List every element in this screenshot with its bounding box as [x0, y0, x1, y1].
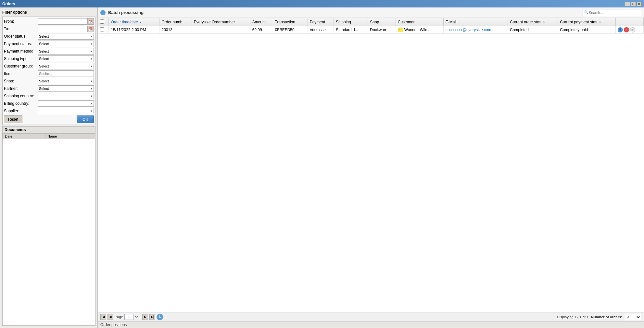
- ok-button[interactable]: OK: [77, 115, 94, 123]
- supplier-select-wrap: ▼: [38, 108, 94, 114]
- payment-status-label: Payment status:: [4, 42, 38, 46]
- filter-section: From: 📅 To: 📅 Order status:: [2, 17, 95, 125]
- shipping-type-select-wrap: Select ▼: [38, 55, 94, 62]
- next-page-button[interactable]: ▶: [142, 314, 148, 320]
- col-header-checkbox[interactable]: [98, 18, 109, 26]
- col-header-order_time[interactable]: Order time/date ▲: [109, 18, 159, 26]
- col-header-shop[interactable]: Shop: [368, 18, 396, 26]
- payment-method-row: Payment method: Select ▼: [4, 48, 94, 55]
- col-header-email[interactable]: E-Mail: [443, 18, 508, 26]
- customer-folder-icon: 📁: [398, 28, 403, 32]
- from-row: From: 📅: [4, 18, 94, 25]
- sort-arrow-order_time: ▲: [138, 21, 142, 24]
- delete-order-icon[interactable]: ✕: [624, 27, 629, 32]
- prev-page-button[interactable]: ◀: [107, 314, 113, 320]
- billing-country-select[interactable]: [39, 101, 93, 106]
- row-checkbox[interactable]: [100, 27, 104, 31]
- customer-group-select-wrap: Select ▼: [38, 63, 94, 69]
- partner-select[interactable]: Select: [39, 86, 93, 91]
- from-calendar-button[interactable]: 📅: [87, 18, 94, 25]
- payment-status-select[interactable]: Select: [39, 41, 93, 47]
- shipping-country-select-wrap: ▼: [38, 93, 94, 99]
- col-header-actions[interactable]: [615, 18, 643, 26]
- shipping-type-select[interactable]: Select: [39, 56, 93, 62]
- billing-country-label: Billing country:: [4, 101, 38, 106]
- to-row: To: 📅: [4, 26, 94, 32]
- customer-group-label: Customer group:: [4, 64, 38, 68]
- email-link[interactable]: c-xxxxxxx@everysize.com: [446, 28, 491, 32]
- bottom-label: Order positions: [98, 321, 644, 328]
- shipping-country-select[interactable]: [39, 93, 93, 99]
- shop-row: Shop: Select ▼: [4, 78, 94, 84]
- from-input[interactable]: [38, 18, 87, 25]
- cell-current_order_status: Completed: [508, 26, 558, 34]
- col-header-customer[interactable]: Customer: [396, 18, 443, 26]
- documents-title: Documents: [3, 127, 95, 133]
- payment-status-select-wrap: Select ▼: [38, 41, 94, 47]
- cell-transaction: 0FBEED50...: [273, 26, 308, 34]
- cell-order_number: 20013: [159, 26, 192, 34]
- col-header-current_payment_status[interactable]: Current payment status: [558, 18, 615, 26]
- orders-per-page-select[interactable]: 20 50 100: [625, 314, 641, 320]
- col-header-everysize_order[interactable]: Everysize Ordernumber: [192, 18, 250, 26]
- maximize-button[interactable]: □: [631, 2, 636, 6]
- refresh-button[interactable]: ↻: [157, 314, 163, 320]
- cell-email: c-xxxxxxx@everysize.com: [443, 26, 508, 34]
- cell-checkbox[interactable]: [98, 26, 109, 34]
- shipping-country-label: Shipping country:: [4, 94, 38, 98]
- col-header-payment[interactable]: Payment: [308, 18, 334, 26]
- main-window: Orders – □ ✕ Filter options From: 📅: [0, 0, 644, 328]
- window-controls: – □ ✕: [625, 2, 642, 6]
- from-label: From:: [4, 19, 38, 24]
- shop-select[interactable]: Select: [39, 78, 93, 84]
- edit-order-icon[interactable]: ✏: [630, 27, 635, 32]
- customer-group-select[interactable]: Select: [39, 63, 93, 69]
- right-panel: Batch processing 🔍 Order time/date ▲Orde…: [98, 7, 644, 328]
- item-label: Item:: [4, 71, 38, 76]
- order-positions-label: Order positions: [100, 322, 127, 327]
- payment-method-select[interactable]: Select: [39, 48, 93, 54]
- close-button[interactable]: ✕: [637, 2, 642, 6]
- partner-row: Partner: Select ▼: [4, 85, 94, 92]
- shipping-country-row: Shipping country: ▼: [4, 93, 94, 99]
- supplier-label: Supplier:: [4, 109, 38, 113]
- cell-actions[interactable]: 👤✕✏: [615, 26, 643, 34]
- item-row: Item:: [4, 70, 94, 77]
- col-header-order_number[interactable]: Order numb: [159, 18, 192, 26]
- table-row[interactable]: 15/11/2022 2:00 PM2001369.990FBEED50...V…: [98, 26, 644, 34]
- cell-customer: 📁Wunder, Wilma: [396, 26, 443, 34]
- last-page-button[interactable]: ▶|: [149, 314, 155, 320]
- search-input[interactable]: [589, 11, 638, 15]
- minimize-button[interactable]: –: [625, 2, 630, 6]
- payment-status-row: Payment status: Select ▼: [4, 41, 94, 47]
- supplier-row: Supplier: ▼: [4, 108, 94, 114]
- order-status-select[interactable]: Select: [39, 33, 93, 39]
- first-page-button[interactable]: |◀: [100, 314, 106, 320]
- select-all-checkbox[interactable]: [100, 19, 104, 24]
- action-icons: 👤✕✏: [618, 27, 641, 32]
- customer-cell: 📁Wunder, Wilma: [398, 28, 441, 32]
- cell-order_time: 15/11/2022 2:00 PM: [109, 26, 159, 34]
- cell-shop: Dockware: [368, 26, 396, 34]
- supplier-select[interactable]: [39, 108, 93, 114]
- page-input[interactable]: [124, 314, 133, 320]
- documents-table: Date Name: [3, 133, 95, 139]
- doc-date-header[interactable]: Date: [3, 134, 45, 139]
- col-header-amount[interactable]: Amount: [250, 18, 273, 26]
- cell-current_payment_status: Completely paid: [558, 26, 615, 34]
- reset-button[interactable]: Reset: [4, 115, 22, 123]
- billing-country-select-wrap: ▼: [38, 100, 94, 107]
- customer-name: Wunder, Wilma: [404, 28, 431, 32]
- shop-select-wrap: Select ▼: [38, 78, 94, 84]
- to-input-group: 📅: [38, 26, 94, 32]
- view-customer-icon[interactable]: 👤: [618, 27, 623, 32]
- to-input[interactable]: [38, 26, 87, 32]
- search-icon: 🔍: [584, 10, 589, 15]
- item-input[interactable]: [38, 70, 94, 77]
- to-calendar-button[interactable]: 📅: [87, 26, 94, 32]
- doc-name-header[interactable]: Name: [45, 134, 95, 139]
- col-header-transaction[interactable]: Transaction: [273, 18, 308, 26]
- to-label: To:: [4, 27, 38, 31]
- col-header-current_order_status[interactable]: Current order status: [508, 18, 558, 26]
- col-header-shipping[interactable]: Shipping: [334, 18, 368, 26]
